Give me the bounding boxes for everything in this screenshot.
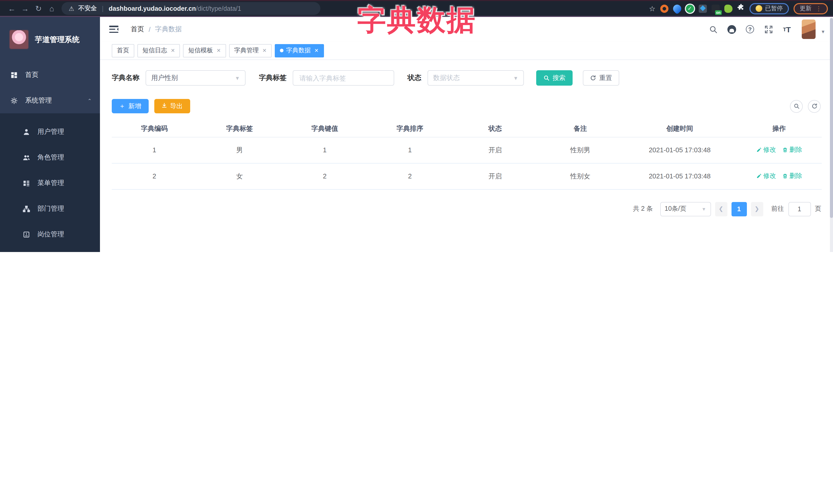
search-button-label: 搜索 bbox=[553, 74, 565, 82]
close-icon[interactable]: ✕ bbox=[171, 48, 175, 53]
address-bar[interactable]: ⚠ 不安全 | dashboard.yudao.iocoder.cn/dict/… bbox=[62, 2, 320, 15]
sidebar-item-departments[interactable]: 部门管理 bbox=[0, 196, 100, 221]
search-icon[interactable] bbox=[706, 23, 720, 36]
page-size-value: 10条/页 bbox=[665, 205, 686, 213]
sidebar-item-posts[interactable]: 岗位管理 bbox=[0, 221, 100, 247]
status-label: 状态 bbox=[407, 73, 421, 82]
breadcrumb-home[interactable]: 首页 bbox=[131, 25, 144, 34]
cell-created: 2021-01-05 17:03:48 bbox=[623, 163, 736, 189]
extension-drop-icon[interactable] bbox=[671, 3, 683, 14]
extension-switch-icon[interactable]: on bbox=[711, 4, 719, 13]
search-button[interactable]: 搜索 bbox=[536, 70, 573, 86]
tab-dict-data[interactable]: 字典数据✕ bbox=[275, 44, 324, 57]
cell-actions: 修改删除 bbox=[736, 163, 822, 189]
avatar[interactable] bbox=[802, 20, 815, 39]
tab-dict-manage[interactable]: 字典管理✕ bbox=[229, 44, 272, 57]
cell-value: 2 bbox=[282, 163, 367, 189]
window-scrollbar[interactable] bbox=[830, 18, 833, 252]
edit-link[interactable]: 修改 bbox=[756, 172, 776, 181]
tab-label: 首页 bbox=[117, 46, 129, 55]
sidebar-item-system[interactable]: 系统管理 ⌃ bbox=[0, 88, 100, 113]
tab-label: 字典数据 bbox=[286, 46, 311, 55]
extensions-puzzle-icon[interactable] bbox=[737, 4, 744, 13]
github-icon[interactable] bbox=[725, 23, 738, 36]
sidebar-item-label: 首页 bbox=[25, 70, 39, 79]
close-icon[interactable]: ✕ bbox=[217, 48, 221, 53]
sidebar-item-dictionary[interactable]: 字典管理 bbox=[0, 247, 100, 252]
emoji-avatar-icon bbox=[755, 5, 762, 12]
app-title: 芋道管理系统 bbox=[35, 34, 79, 44]
cell-value: 1 bbox=[282, 137, 367, 163]
security-warning[interactable]: 不安全 bbox=[78, 4, 97, 13]
extension-icon[interactable] bbox=[660, 4, 668, 13]
tab-sms-log[interactable]: 短信日志✕ bbox=[137, 44, 180, 57]
tab-label: 字典管理 bbox=[234, 46, 259, 55]
kebab-menu-icon[interactable]: ⋮ bbox=[815, 5, 822, 12]
export-button[interactable]: 导出 bbox=[154, 99, 190, 113]
col-dict-code: 字典编码 bbox=[112, 121, 197, 137]
tab-sms-template[interactable]: 短信模板✕ bbox=[183, 44, 226, 57]
refresh-table-button[interactable] bbox=[808, 100, 821, 113]
tab-label: 短信日志 bbox=[143, 46, 167, 55]
status-select[interactable]: 数据状态 ▼ bbox=[428, 70, 524, 86]
home-icon[interactable]: ⌂ bbox=[45, 4, 58, 13]
url-text[interactable]: dashboard.yudao.iocoder.cn/dict/type/dat… bbox=[109, 5, 241, 12]
chevron-down-icon[interactable]: ▼ bbox=[821, 29, 825, 34]
sidebar-fold-icon[interactable] bbox=[109, 26, 118, 33]
reset-button[interactable]: 重置 bbox=[583, 70, 619, 86]
scrollbar-thumb[interactable] bbox=[830, 18, 833, 218]
sidebar-item-label: 角色管理 bbox=[38, 153, 64, 162]
cell-status: 开启 bbox=[453, 137, 538, 163]
page-content: 字典名称 用户性别 ▼ 字典标签 状态 数据状态 ▼ bbox=[100, 60, 833, 252]
sidebar-item-label: 部门管理 bbox=[38, 204, 64, 213]
chrome-toolbar: ☆ ✓ on 已暂停 更新 ⋮ bbox=[649, 3, 828, 14]
app-logo[interactable]: 芋道管理系统 bbox=[0, 17, 100, 62]
dict-name-label: 字典名称 bbox=[112, 73, 139, 82]
toggle-search-button[interactable] bbox=[790, 100, 803, 113]
divider: | bbox=[102, 5, 104, 12]
close-icon[interactable]: ✕ bbox=[314, 48, 318, 53]
add-button[interactable]: ＋ 新增 bbox=[112, 99, 148, 113]
back-icon[interactable]: ← bbox=[5, 4, 19, 13]
sidebar-item-users[interactable]: 用户管理 bbox=[0, 119, 100, 145]
search-icon bbox=[543, 75, 549, 81]
delete-link[interactable]: 删除 bbox=[782, 146, 802, 154]
cell-remark: 性别女 bbox=[538, 163, 623, 189]
font-size-icon[interactable]: TT bbox=[780, 23, 793, 36]
update-browser-button[interactable]: 更新 ⋮ bbox=[793, 3, 828, 14]
dict-name-select[interactable]: 用户性别 ▼ bbox=[146, 70, 245, 86]
forward-icon[interactable]: → bbox=[19, 4, 32, 13]
prev-page-button[interactable]: ❮ bbox=[715, 202, 727, 216]
extension-chart-icon[interactable] bbox=[698, 4, 707, 13]
sidebar: 芋道管理系统 首页 系统管理 ⌃ 用户管理 bbox=[0, 17, 100, 252]
sidebar-item-roles[interactable]: 角色管理 bbox=[0, 145, 100, 170]
edit-link[interactable]: 修改 bbox=[756, 146, 776, 154]
plus-icon: ＋ bbox=[119, 102, 125, 111]
refresh-icon bbox=[590, 75, 596, 81]
filter-form: 字典名称 用户性别 ▼ 字典标签 状态 数据状态 ▼ bbox=[112, 70, 823, 86]
tab-home[interactable]: 首页 bbox=[112, 44, 134, 57]
fullscreen-icon[interactable] bbox=[762, 23, 775, 36]
sidebar-item-menus[interactable]: 菜单管理 bbox=[0, 170, 100, 196]
page-number-1[interactable]: 1 bbox=[731, 202, 747, 216]
bookmark-star-icon[interactable]: ☆ bbox=[649, 4, 656, 13]
sidebar-item-home[interactable]: 首页 bbox=[0, 62, 100, 88]
profile-paused-chip[interactable]: 已暂停 bbox=[749, 3, 789, 14]
dict-tag-input[interactable] bbox=[298, 74, 388, 82]
extension-leaf-icon[interactable] bbox=[724, 4, 732, 13]
cell-status: 开启 bbox=[453, 163, 538, 189]
cell-sort: 2 bbox=[367, 163, 452, 189]
delete-link[interactable]: 删除 bbox=[782, 172, 802, 181]
col-created: 创建时间 bbox=[623, 121, 736, 137]
goto-page-input[interactable] bbox=[788, 202, 811, 216]
next-page-button[interactable]: ❯ bbox=[751, 202, 763, 216]
page-size-select[interactable]: 10条/页 ▼ bbox=[660, 202, 711, 216]
close-icon[interactable]: ✕ bbox=[262, 48, 267, 53]
topbar-actions: ? TT ▼ bbox=[706, 20, 825, 39]
extension-check-icon[interactable]: ✓ bbox=[686, 4, 694, 13]
reload-icon[interactable]: ↻ bbox=[32, 4, 45, 13]
url-host: dashboard.yudao.iocoder.cn bbox=[109, 5, 196, 12]
col-actions: 操作 bbox=[736, 121, 822, 137]
cell-actions: 修改删除 bbox=[736, 137, 822, 163]
help-icon[interactable]: ? bbox=[743, 23, 757, 36]
